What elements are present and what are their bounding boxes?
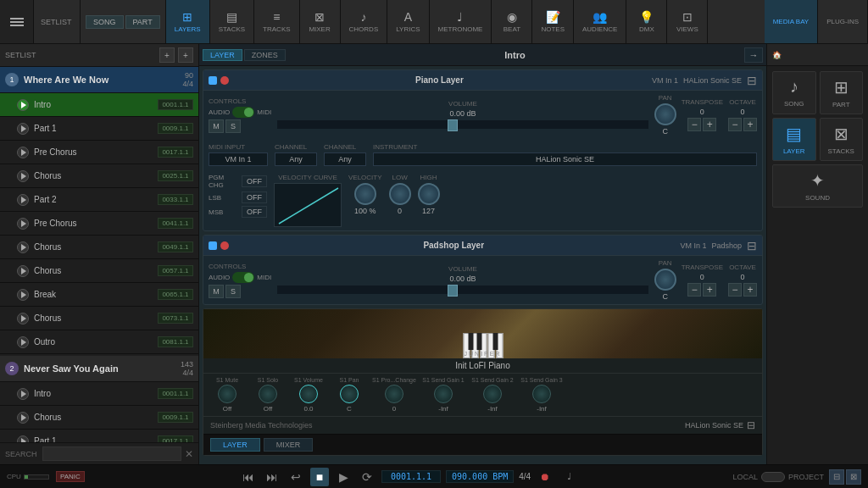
panic-button[interactable]: PANIC bbox=[56, 471, 85, 482]
return-button[interactable]: ↩ bbox=[287, 468, 305, 486]
volume-slider-piano[interactable] bbox=[276, 119, 648, 130]
inst-knob-3[interactable] bbox=[340, 385, 359, 403]
layer-tab-button[interactable]: LAYER bbox=[210, 438, 260, 452]
part-item-s2-chorus[interactable]: Chorus 0009.1.1 bbox=[0, 406, 198, 430]
part-item-chorus1[interactable]: Chorus 0025.1.1 bbox=[0, 164, 198, 188]
octave-plus-piano[interactable]: + bbox=[743, 118, 757, 131]
tab-lyrics[interactable]: A LYRICS bbox=[387, 0, 429, 43]
pan-knob-padshop[interactable] bbox=[654, 269, 676, 291]
loop-button[interactable]: ⟳ bbox=[358, 468, 376, 486]
part-item-intro[interactable]: Intro 0001.1.1 bbox=[0, 93, 198, 117]
low-knob[interactable] bbox=[389, 183, 411, 205]
part-item-part2[interactable]: Part 2 0033.1.1 bbox=[0, 188, 198, 212]
part-play-part1[interactable] bbox=[17, 123, 29, 135]
transpose-minus-padshop[interactable]: − bbox=[687, 283, 701, 297]
inst-knob-0[interactable] bbox=[218, 385, 236, 403]
layer-bars-icon-padshop[interactable]: ⊟ bbox=[747, 239, 757, 252]
song-button[interactable]: SONG bbox=[86, 15, 124, 29]
part-play-outro[interactable] bbox=[17, 336, 29, 348]
part-item-prechorus2[interactable]: Pre Chorus 0041.1.1 bbox=[0, 212, 198, 236]
part-play-prechorus2[interactable] bbox=[17, 218, 29, 230]
tab-mixer[interactable]: ⊠ MIXER bbox=[300, 0, 341, 43]
tab-media-bay[interactable]: MEDIA BAY bbox=[765, 0, 819, 43]
part-item-outro[interactable]: Outro 0081.1.1 bbox=[0, 330, 198, 354]
tab-metronome[interactable]: ♩ METRONOME bbox=[430, 0, 492, 43]
part-play-chorus2[interactable] bbox=[17, 241, 29, 253]
part-play-break[interactable] bbox=[17, 289, 29, 301]
view-btn-1[interactable]: ⊟ bbox=[829, 469, 844, 485]
inst-knob-6[interactable] bbox=[483, 385, 502, 403]
part-item-part1[interactable]: Part 1 0009.1.1 bbox=[0, 117, 198, 141]
lp-toggle-switch[interactable] bbox=[761, 472, 785, 482]
part-play-intro[interactable] bbox=[17, 99, 29, 111]
tab-views[interactable]: ⊡ VIEWS bbox=[667, 0, 708, 43]
skip-back-button[interactable]: ⏭ bbox=[263, 468, 281, 486]
part-play-s2-intro[interactable] bbox=[17, 388, 29, 400]
high-knob[interactable] bbox=[418, 183, 440, 205]
part-item-break[interactable]: Break 0065.1.1 bbox=[0, 283, 198, 307]
record-button[interactable]: ⏺ bbox=[536, 468, 554, 486]
part-button[interactable]: PART bbox=[125, 15, 160, 29]
part-play-s2-part1[interactable] bbox=[17, 435, 29, 443]
tab-dmx[interactable]: 💡 DMX bbox=[626, 0, 667, 43]
media-item-part[interactable]: ⊞ PART bbox=[820, 71, 864, 114]
layer-zone-button[interactable]: LAYER bbox=[203, 49, 242, 61]
song-item-2[interactable]: 2 Never Saw You Again 143 4/4 bbox=[0, 356, 198, 382]
part-item-chorus2[interactable]: Chorus 0049.1.1 bbox=[0, 236, 198, 259]
tab-notes[interactable]: 📝 NOTES bbox=[532, 0, 574, 43]
part-play-chorus4[interactable] bbox=[17, 313, 29, 324]
media-item-sound[interactable]: ✦ SOUND bbox=[772, 164, 863, 208]
mute-button-piano[interactable]: M bbox=[209, 119, 224, 133]
metronome-transport-button[interactable]: ♩ bbox=[559, 468, 578, 486]
inst-knob-7[interactable] bbox=[532, 385, 551, 403]
zones-button[interactable]: ZONES bbox=[244, 49, 286, 61]
rewind-button[interactable]: ⏮ bbox=[239, 468, 258, 486]
layer-toggle-piano[interactable] bbox=[209, 76, 217, 85]
audio-toggle-piano[interactable] bbox=[232, 107, 254, 118]
play-button[interactable]: ▶ bbox=[334, 468, 353, 486]
add-part-button[interactable]: + bbox=[178, 47, 193, 63]
media-item-stacks[interactable]: ⊠ STACKS bbox=[820, 118, 864, 161]
octave-minus-piano[interactable]: − bbox=[728, 118, 742, 131]
volume-slider-padshop[interactable] bbox=[276, 285, 648, 295]
search-clear-button[interactable]: ✕ bbox=[185, 448, 193, 460]
tab-chords[interactable]: ♪ CHORDS bbox=[341, 0, 388, 43]
media-item-song[interactable]: ♪ SONG bbox=[772, 71, 816, 114]
part-item-chorus3[interactable]: Chorus 0057.1.1 bbox=[0, 259, 198, 283]
pan-knob-piano[interactable] bbox=[654, 103, 676, 125]
inst-knob-2[interactable] bbox=[299, 385, 318, 403]
home-icon[interactable]: 🏠 bbox=[772, 51, 782, 59]
transpose-minus-piano[interactable]: − bbox=[687, 118, 701, 131]
layer-bars-icon-piano[interactable]: ⊟ bbox=[747, 74, 757, 87]
solo-button-padshop[interactable]: S bbox=[225, 285, 241, 298]
inst-knob-1[interactable] bbox=[259, 385, 277, 403]
part-play-prechorus1[interactable] bbox=[17, 147, 29, 158]
add-song-button[interactable]: + bbox=[159, 47, 175, 63]
view-btn-2[interactable]: ⊠ bbox=[846, 469, 861, 485]
part-play-chorus1[interactable] bbox=[17, 170, 29, 182]
part-play-s2-chorus[interactable] bbox=[17, 412, 29, 424]
part-play-chorus3[interactable] bbox=[17, 265, 29, 277]
tab-layers[interactable]: ⊞ LAYERS bbox=[166, 0, 210, 43]
transpose-plus-piano[interactable]: + bbox=[703, 118, 716, 131]
part-item-chorus4[interactable]: Chorus 0073.1.1 bbox=[0, 307, 198, 330]
solo-button-piano[interactable]: S bbox=[225, 119, 241, 133]
stop-button[interactable]: ■ bbox=[310, 468, 329, 486]
audio-toggle-padshop[interactable] bbox=[232, 272, 254, 283]
song-item-1[interactable]: 1 Where Are We Now 90 4/4 bbox=[0, 67, 198, 93]
transpose-plus-padshop[interactable]: + bbox=[703, 283, 716, 297]
octave-minus-padshop[interactable]: − bbox=[728, 283, 742, 297]
layer-toggle-padshop[interactable] bbox=[209, 241, 217, 250]
octave-plus-padshop[interactable]: + bbox=[743, 283, 757, 297]
inst-knob-5[interactable] bbox=[434, 385, 453, 403]
hamburger-menu[interactable] bbox=[0, 0, 34, 43]
mute-button-padshop[interactable]: M bbox=[209, 285, 224, 298]
part-item-s2-part1[interactable]: Part 1 0017.1.1 bbox=[0, 430, 198, 442]
nav-arrow-right[interactable]: → bbox=[744, 47, 763, 63]
inst-knob-4[interactable] bbox=[385, 385, 403, 403]
search-input[interactable] bbox=[42, 446, 181, 461]
halion-bars-icon[interactable]: ⊟ bbox=[747, 419, 755, 431]
tab-beat[interactable]: ◉ BEAT bbox=[492, 0, 532, 43]
tab-tracks[interactable]: ≡ TRACKS bbox=[254, 0, 299, 43]
mixer-tab-button[interactable]: MIXER bbox=[264, 438, 314, 452]
